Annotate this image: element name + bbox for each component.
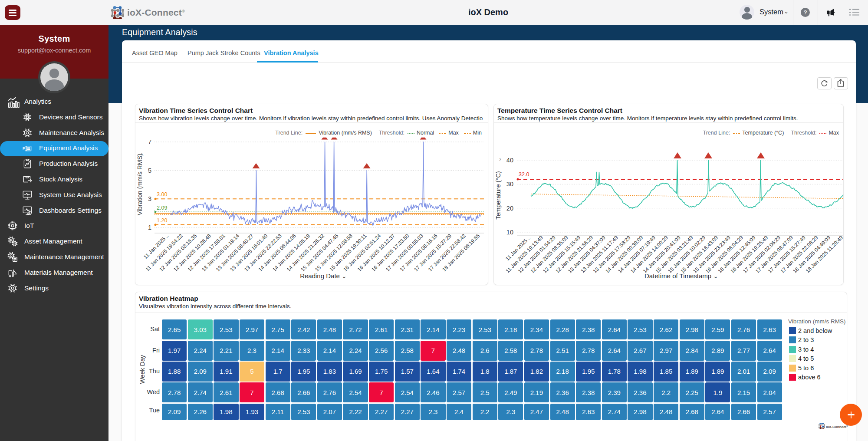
- svg-text:3: 3: [148, 195, 151, 202]
- svg-text:7: 7: [148, 138, 151, 145]
- svg-text:Datetime of Timestamp ⌄: Datetime of Timestamp ⌄: [644, 272, 718, 280]
- svg-text:›: ›: [141, 150, 143, 157]
- svg-text:›: ›: [499, 155, 501, 162]
- svg-text:1.20: 1.20: [157, 217, 167, 224]
- svg-text:2.09: 2.09: [157, 205, 167, 211]
- svg-text:Temperature (°C): Temperature (°C): [495, 171, 502, 219]
- svg-text:20: 20: [506, 205, 513, 212]
- svg-text:1: 1: [148, 224, 151, 231]
- svg-text:5: 5: [148, 167, 151, 174]
- svg-text:Reading Date ⌄: Reading Date ⌄: [300, 272, 347, 280]
- svg-text:40: 40: [506, 157, 513, 164]
- svg-text:30: 30: [506, 181, 513, 188]
- svg-text:3.00: 3.00: [157, 191, 167, 197]
- svg-text:10: 10: [506, 229, 513, 236]
- svg-text:Vibration (mm/s RMS): Vibration (mm/s RMS): [136, 154, 143, 215]
- svg-text:32.0: 32.0: [519, 171, 529, 178]
